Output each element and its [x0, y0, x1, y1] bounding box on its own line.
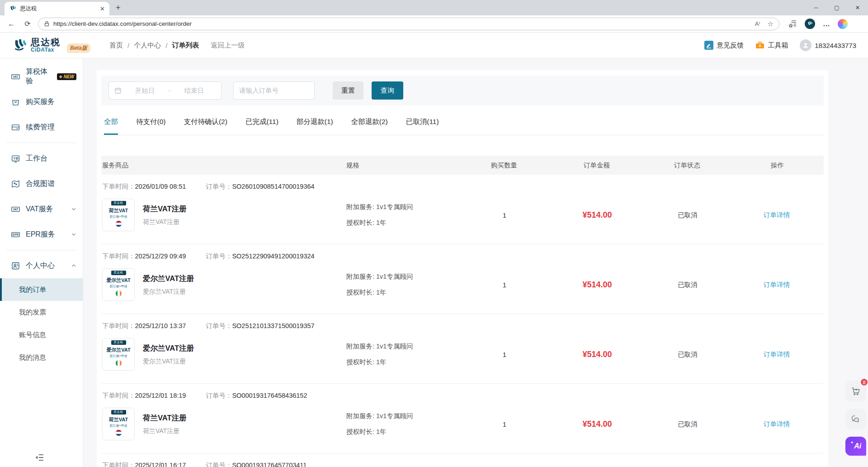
back-button[interactable]: ← [5, 20, 17, 28]
date-end-placeholder[interactable]: 结束日 [172, 86, 216, 95]
close-button[interactable]: ✕ [847, 0, 868, 15]
extension-icon[interactable] [805, 19, 815, 29]
vat-icon: VAT [11, 205, 20, 214]
spec-addon: 附加服务: 1v1专属顾问 [346, 203, 459, 211]
sidebar-item-buy-services[interactable]: 购买服务 [0, 89, 83, 114]
tab-close-icon[interactable]: ✕ [100, 5, 105, 12]
collections-icon[interactable] [788, 19, 797, 28]
sidebar-subitem-my-invoices[interactable]: 我的发票 [0, 301, 83, 324]
reset-button[interactable]: 重置 [333, 81, 363, 100]
chat-button[interactable] [845, 409, 866, 429]
order-time-label: 下单时间： [102, 253, 135, 260]
country-flag-icon [115, 290, 122, 297]
order-amount: ¥514.00 [550, 210, 645, 220]
toolbox-button[interactable]: 工具箱 [755, 41, 788, 50]
order-meta: 下单时间：2025/12/01 16:17 订单号：SO000193176457… [101, 453, 824, 467]
refresh-button[interactable]: ⟳ [22, 19, 33, 28]
product-name: 爱尔兰VAT注册 [143, 343, 194, 353]
sidebar-subitem-account-info[interactable]: 账号信息 [0, 324, 83, 346]
product-description: 爱尔兰VAT注册 [143, 288, 194, 296]
tab-6[interactable]: 已取消(11) [406, 117, 439, 135]
tab-3[interactable]: 已完成(11) [245, 117, 278, 135]
card-icon [11, 123, 20, 132]
order-detail-link[interactable]: 订单详情 [764, 420, 790, 428]
browser-tab-strip: 思达税 ✕ + ─ ▢ ✕ [0, 0, 868, 15]
favorite-star-icon[interactable]: ☆ [768, 20, 774, 28]
epr-icon: EPR [11, 230, 20, 239]
order-group: 下单时间：2025/12/01 18:19 订单号：SO000193176458… [101, 383, 824, 453]
app-logo[interactable]: 思达税 CiDATax Beta版 [12, 38, 90, 53]
read-aloud-icon[interactable]: A⁾ [755, 20, 760, 27]
new-badge: ◆NEW [57, 73, 76, 80]
product-card-country: 荷兰VAT [109, 416, 128, 423]
browser-actions: … [788, 19, 848, 29]
product-name: 荷兰VAT注册 [143, 204, 187, 214]
order-group: 下单时间：2025/12/01 16:17 订单号：SO000193176457… [101, 453, 824, 467]
tab-5[interactable]: 全部退款(2) [351, 117, 388, 135]
spec-duration: 授权时长: 1年 [346, 288, 459, 297]
date-range-picker[interactable]: 开始日 - 结束日 [108, 81, 222, 100]
order-detail-link[interactable]: 订单详情 [764, 351, 790, 358]
order-row: 思达税 爱尔兰VAT 新注册+申报 爱尔兰VAT注册 爱尔兰VAT注册 附加服务… [101, 265, 824, 314]
floating-widgets: 8 ✦ Ai [845, 381, 866, 456]
order-status: 已取消 [645, 211, 731, 219]
order-detail-link[interactable]: 订单详情 [764, 211, 790, 219]
svg-text:VAT: VAT [13, 208, 18, 211]
new-tab-button[interactable]: + [116, 3, 121, 13]
calendar-icon [114, 87, 122, 94]
search-button[interactable]: 查询 [372, 81, 403, 100]
order-time: 2025/12/10 13:37 [135, 322, 186, 329]
order-detail-link[interactable]: 订单详情 [764, 281, 790, 288]
sidebar-subitem-my-messages[interactable]: 我的消息 [0, 346, 83, 369]
order-no-label: 订单号： [206, 392, 232, 399]
breadcrumb-personal-center[interactable]: 个人中心 [134, 41, 161, 50]
order-no: SO000193176457703411 [232, 462, 307, 467]
url-text: https://client-dev.cidatax.com/personal-… [53, 20, 192, 27]
back-up-level-link[interactable]: 返回上一级 [211, 41, 245, 50]
column-header-4: 订单状态 [644, 161, 730, 170]
order-group: 下单时间：2025/12/10 13:37 订单号：SO251210133715… [101, 314, 824, 383]
sidebar-item-tax-trial[interactable]: VAT算税体验◆NEW [0, 64, 83, 89]
column-header-2: 购买数量 [458, 161, 549, 170]
tab-title: 思达税 [20, 5, 96, 13]
copilot-icon[interactable] [838, 19, 848, 29]
window-controls: ─ ▢ ✕ [806, 0, 868, 15]
product-thumbnail: 思达税 爱尔兰VAT 新注册+申报 [102, 338, 135, 371]
country-flag-icon [115, 220, 122, 227]
column-header-0: 服务商品 [101, 161, 345, 170]
sidebar-collapse-icon[interactable] [34, 453, 44, 462]
sidebar-item-vat-services[interactable]: VATVAT服务 [0, 196, 83, 222]
breadcrumb-home[interactable]: 首页 [109, 41, 123, 50]
tab-2[interactable]: 支付待确认(2) [184, 117, 227, 135]
chevron-up-icon [71, 263, 76, 268]
maximize-button[interactable]: ▢ [826, 0, 847, 15]
order-time-label: 下单时间： [102, 462, 135, 467]
product-card-country: 爱尔兰VAT [106, 277, 130, 284]
sidebar-item-compliance-map[interactable]: 合规图谱 [0, 171, 83, 196]
sidebar-item-label: 个人中心 [26, 261, 55, 271]
date-start-placeholder[interactable]: 开始日 [123, 86, 167, 95]
settings-more-icon[interactable]: … [823, 20, 830, 28]
sidebar-subitem-my-orders[interactable]: 我的订单 [0, 278, 83, 301]
address-bar[interactable]: https://client-dev.cidatax.com/personal-… [38, 18, 779, 30]
sidebar-item-renewal[interactable]: 续费管理 [0, 114, 83, 140]
sidebar-item-workbench[interactable]: 工作台 [0, 146, 83, 171]
ai-assistant-button[interactable]: ✦ Ai [845, 437, 866, 456]
feedback-button[interactable]: 意见反馈 [704, 41, 744, 50]
order-status: 已取消 [645, 350, 731, 359]
order-time: 2025/12/01 18:19 [135, 392, 186, 399]
minimize-button[interactable]: ─ [806, 0, 826, 15]
bag-icon [11, 97, 20, 107]
browser-tab[interactable]: 思达税 ✕ [5, 2, 109, 15]
sidebar-item-epr-services[interactable]: EPREPR服务 [0, 222, 83, 247]
product-card-subtitle: 新注册+申报 [109, 214, 127, 219]
tab-0[interactable]: 全部 [104, 117, 118, 135]
tab-4[interactable]: 部分退款(1) [297, 117, 333, 135]
order-no-label: 订单号： [206, 462, 232, 467]
sidebar-item-personal-center[interactable]: 个人中心 [0, 253, 83, 278]
account-menu[interactable]: 18324433773 [800, 39, 856, 51]
cart-button[interactable]: 8 [845, 381, 866, 401]
order-no: SO25121013371500019357 [232, 322, 314, 329]
tab-1[interactable]: 待支付(0) [136, 117, 165, 135]
order-number-input[interactable] [233, 81, 315, 100]
